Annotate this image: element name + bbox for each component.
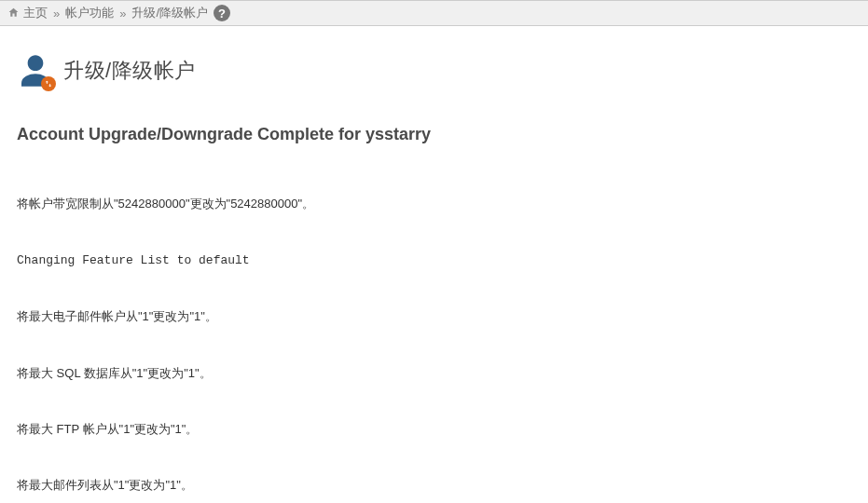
breadcrumb-sep: » — [119, 7, 126, 20]
breadcrumb-home[interactable]: 主页 — [23, 5, 48, 21]
breadcrumb-account-fn[interactable]: 帐户功能 — [65, 5, 114, 21]
output-log: 将帐户带宽限制从"5242880000"更改为"5242880000"。 Cha… — [17, 157, 851, 503]
log-line: 将最大 FTP 帐户从"1"更改为"1"。 — [17, 420, 851, 439]
log-line: Changing Feature List to default — [17, 252, 851, 270]
log-line: 将最大邮件列表从"1"更改为"1"。 — [17, 476, 851, 495]
home-icon — [7, 7, 20, 20]
content: Account Upgrade/Downgrade Complete for y… — [0, 99, 868, 503]
upgrade-badge-icon — [41, 76, 56, 91]
breadcrumb-sep: » — [53, 7, 60, 20]
help-icon[interactable]: ? — [214, 5, 230, 21]
log-line: 将帐户带宽限制从"5242880000"更改为"5242880000"。 — [17, 195, 851, 213]
breadcrumb-current: 升级/降级帐户 — [131, 5, 208, 21]
page-title: 升级/降级帐户 — [63, 57, 196, 85]
log-line: 将最大电子邮件帐户从"1"更改为"1"。 — [17, 307, 851, 326]
breadcrumb: 主页 » 帐户功能 » 升级/降级帐户 ? — [0, 0, 868, 26]
log-line: 将最大 SQL 数据库从"1"更改为"1"。 — [17, 364, 851, 383]
account-upgrade-icon — [17, 52, 54, 89]
section-heading: Account Upgrade/Downgrade Complete for y… — [17, 125, 851, 144]
page-title-block: 升级/降级帐户 — [0, 26, 868, 99]
